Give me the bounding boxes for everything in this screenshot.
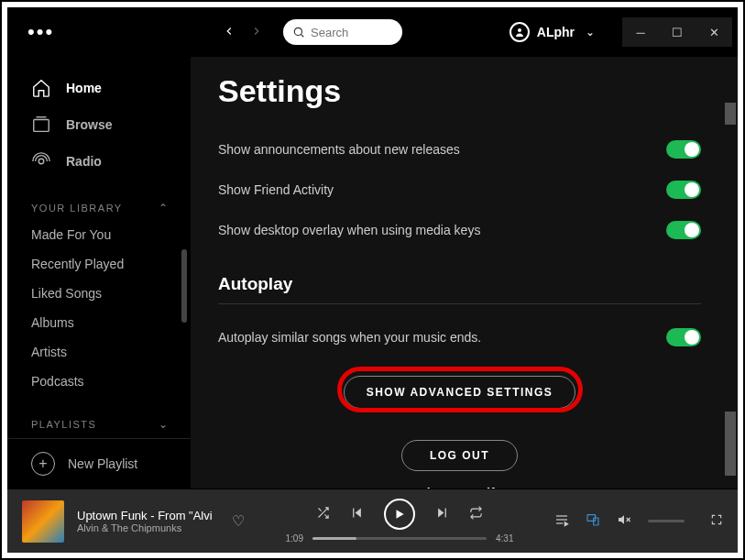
- volume-mute-icon[interactable]: [617, 512, 631, 530]
- sidebar-item-home[interactable]: Home: [7, 70, 191, 106]
- main-scrollbar[interactable]: [723, 103, 736, 479]
- radio-icon: [31, 151, 51, 171]
- previous-icon[interactable]: [350, 506, 364, 522]
- sidebar-item-label: Radio: [66, 154, 102, 169]
- browse-icon: [31, 115, 51, 135]
- repeat-icon[interactable]: [469, 506, 483, 522]
- player-right-controls: [554, 512, 723, 530]
- svg-rect-3: [34, 120, 49, 132]
- chevron-down-icon: ⌄: [586, 26, 595, 38]
- chevron-up-icon: ⌃: [159, 202, 170, 214]
- sidebar-item-podcasts[interactable]: Podcasts: [7, 367, 191, 396]
- minimize-button[interactable]: ─: [622, 21, 659, 43]
- queue-icon[interactable]: [554, 512, 569, 530]
- scrollbar-arrow-up[interactable]: [725, 103, 736, 125]
- library-header[interactable]: YOUR LIBRARY ⌃: [7, 180, 191, 220]
- scrollbar-thumb[interactable]: [725, 412, 736, 476]
- show-advanced-settings-button[interactable]: SHOW ADVANCED SETTINGS: [344, 376, 576, 409]
- volume-slider[interactable]: [648, 520, 685, 522]
- toggle-friend-activity[interactable]: [666, 181, 701, 199]
- sidebar-item-liked-songs[interactable]: Liked Songs: [7, 279, 191, 308]
- shuffle-icon[interactable]: [316, 506, 330, 522]
- close-button[interactable]: ✕: [696, 21, 732, 43]
- home-icon: [31, 78, 51, 98]
- svg-marker-16: [619, 515, 624, 523]
- svg-marker-5: [356, 509, 361, 518]
- svg-point-4: [38, 159, 44, 164]
- svg-marker-8: [438, 509, 444, 518]
- sidebar-item-made-for-you[interactable]: Made For You: [7, 220, 191, 249]
- maximize-button[interactable]: ☐: [659, 21, 696, 43]
- sidebar: Home Browse Radio YOUR LIBRARY ⌃ Made Fo…: [7, 57, 191, 489]
- sidebar-item-label: Browse: [66, 117, 113, 132]
- search-input[interactable]: [283, 19, 402, 45]
- setting-row-announcements: Show announcements about new releases: [218, 129, 701, 170]
- time-elapsed: 1:09: [286, 533, 303, 544]
- time-total: 4:31: [496, 533, 513, 544]
- logout-button[interactable]: LOG OUT: [401, 440, 518, 471]
- back-icon[interactable]: [223, 23, 236, 42]
- track-artist[interactable]: Alvin & The Chipmunks: [77, 522, 219, 533]
- main-content: Settings Show announcements about new re…: [191, 57, 738, 489]
- sidebar-item-albums[interactable]: Albums: [7, 308, 191, 337]
- player-bar: Uptown Funk - From "Alvi Alvin & The Chi…: [7, 489, 738, 553]
- svg-marker-13: [564, 522, 567, 526]
- svg-rect-6: [353, 509, 354, 518]
- svg-marker-7: [397, 510, 404, 518]
- setting-row-autoplay: Autoplay similar songs when your music e…: [218, 317, 701, 357]
- like-icon[interactable]: ♡: [232, 512, 245, 530]
- user-avatar-icon: [509, 22, 530, 42]
- nav-arrows: [223, 23, 263, 42]
- svg-rect-9: [445, 509, 446, 518]
- window-controls: ─ ☐ ✕: [622, 17, 732, 47]
- sidebar-item-radio[interactable]: Radio: [7, 143, 191, 180]
- plus-icon: +: [31, 452, 55, 476]
- setting-row-overlay: Show desktop overlay when using media ke…: [218, 210, 701, 250]
- fullscreen-icon[interactable]: [710, 513, 723, 529]
- page-title: Settings: [218, 73, 701, 109]
- toggle-announcements[interactable]: [666, 140, 701, 159]
- about-spotify-link[interactable]: About Spotify: [218, 486, 701, 489]
- next-icon[interactable]: [435, 506, 449, 522]
- devices-icon[interactable]: [586, 512, 600, 530]
- playlists-header[interactable]: PLAYLISTS ⌄: [7, 396, 191, 436]
- top-bar: ••• ALphr ⌄ ─ ☐ ✕: [7, 7, 738, 57]
- user-menu[interactable]: ALphr ⌄: [509, 22, 595, 42]
- autoplay-section-title: Autoplay: [218, 274, 701, 304]
- user-name: ALphr: [537, 25, 575, 39]
- toggle-autoplay[interactable]: [666, 328, 701, 346]
- progress-bar[interactable]: [312, 537, 487, 540]
- sidebar-item-browse[interactable]: Browse: [7, 106, 191, 143]
- app-menu-icon[interactable]: •••: [24, 16, 58, 48]
- svg-rect-15: [594, 518, 598, 525]
- chevron-down-icon: ⌄: [159, 418, 170, 431]
- svg-line-1: [301, 34, 303, 37]
- search-icon: [292, 26, 305, 38]
- sidebar-scrollbar[interactable]: [181, 249, 187, 323]
- sidebar-item-label: Home: [66, 81, 102, 95]
- setting-row-friend-activity: Show Friend Activity: [218, 170, 701, 210]
- sidebar-item-artists[interactable]: Artists: [7, 337, 191, 367]
- track-info: Uptown Funk - From "Alvi Alvin & The Chi…: [77, 509, 219, 533]
- forward-icon[interactable]: [250, 23, 263, 42]
- svg-point-2: [518, 28, 521, 32]
- svg-point-0: [294, 27, 301, 35]
- toggle-overlay[interactable]: [666, 221, 701, 239]
- album-art[interactable]: [22, 500, 64, 543]
- sidebar-item-recently-played[interactable]: Recently Played: [7, 249, 191, 279]
- track-title[interactable]: Uptown Funk - From "Alvi: [77, 509, 219, 522]
- playback-controls: 1:09 4:31: [257, 499, 542, 544]
- new-playlist-button[interactable]: + New Playlist: [7, 438, 191, 489]
- play-button[interactable]: [384, 499, 415, 530]
- search-field[interactable]: [311, 26, 384, 39]
